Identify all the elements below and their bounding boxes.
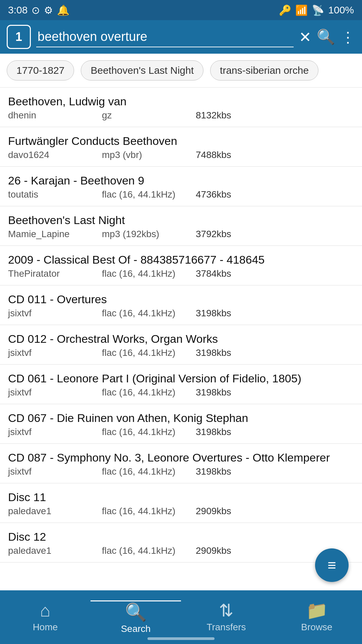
result-meta: paledave1flac (16, 44.1kHz)2909kbs <box>8 506 354 517</box>
result-meta: dheningz8132kbs <box>8 110 354 121</box>
result-size: 7488kbs <box>196 150 231 160</box>
result-user: dhenin <box>8 110 102 121</box>
more-options-icon[interactable]: ⋮ <box>341 29 355 46</box>
app-logo: 1 <box>7 25 31 49</box>
nav-icon-browse: 📁 <box>306 602 328 619</box>
result-title: 26 - Karajan - Beethoven 9 <box>8 174 354 187</box>
search-input[interactable] <box>36 27 294 47</box>
nav-label-search: Search <box>121 624 151 634</box>
result-user: jsixtvf <box>8 347 102 358</box>
table-row[interactable]: Furtwängler Conducts Beethovendavo1624mp… <box>0 127 362 167</box>
result-size: 4736kbs <box>196 189 231 200</box>
result-meta: jsixtvfflac (16, 44.1kHz)3198kbs <box>8 466 354 477</box>
result-meta: jsixtvfflac (16, 44.1kHz)3198kbs <box>8 427 354 437</box>
result-size: 3198kbs <box>196 387 231 398</box>
status-icon-2: ⚙ <box>44 4 53 16</box>
table-row[interactable]: 26 - Karajan - Beethoven 9toutatisflac (… <box>0 167 362 206</box>
result-format: flac (16, 44.1kHz) <box>102 506 196 517</box>
table-row[interactable]: Beethoven, Ludwig vandheningz8132kbs <box>0 88 362 127</box>
result-user: ThePiratator <box>8 268 102 279</box>
result-size: 2909kbs <box>196 506 231 517</box>
result-user: paledave1 <box>8 506 102 517</box>
result-title: Furtwängler Conducts Beethoven <box>8 135 354 148</box>
result-user: davo1624 <box>8 150 102 160</box>
table-row[interactable]: 2009 - Classical Best Of - 884385716677 … <box>0 246 362 285</box>
result-title: CD 011 - Overtures <box>8 293 354 306</box>
result-title: Beethoven's Last Night <box>8 214 354 227</box>
table-row[interactable]: CD 067 - Die Ruinen von Athen, Konig Ste… <box>0 404 362 444</box>
nav-label-transfers: Transfers <box>206 622 246 633</box>
result-format: flac (16, 44.1kHz) <box>102 308 196 319</box>
result-meta: jsixtvfflac (16, 44.1kHz)3198kbs <box>8 387 354 398</box>
result-user: jsixtvf <box>8 427 102 437</box>
status-icon-3: 🔔 <box>57 4 69 16</box>
result-title: Disc 12 <box>8 530 354 543</box>
result-meta: davo1624mp3 (vbr)7488kbs <box>8 150 354 160</box>
nav-item-home[interactable]: ⌂Home <box>0 602 90 633</box>
status-right: 🔑 📶 📡 100% <box>279 4 354 16</box>
status-bar: 3:08 ⊙ ⚙ 🔔 🔑 📶 📡 100% <box>0 0 362 20</box>
result-format: gz <box>102 110 196 121</box>
search-icon[interactable]: 🔍 <box>317 28 335 46</box>
result-size: 3792kbs <box>196 229 231 239</box>
result-size: 3198kbs <box>196 466 231 477</box>
result-user: toutatis <box>8 189 102 200</box>
clear-icon[interactable]: ✕ <box>299 29 311 46</box>
table-row[interactable]: CD 011 - Overturesjsixtvfflac (16, 44.1k… <box>0 285 362 325</box>
result-size: 8132kbs <box>196 110 231 121</box>
status-signal-icon: 📡 <box>312 4 324 16</box>
chip-0[interactable]: 1770-1827 <box>7 60 74 80</box>
nav-item-search[interactable]: 🔍Search <box>90 600 181 634</box>
result-title: CD 061 - Leonore Part I (Original Versio… <box>8 372 354 385</box>
logo-number: 1 <box>15 30 22 44</box>
chip-2[interactable]: trans-siberian orche <box>210 60 318 80</box>
bottom-indicator <box>147 637 215 640</box>
table-row[interactable]: CD 087 - Symphony No. 3, Leonore Overtur… <box>0 444 362 483</box>
result-title: 2009 - Classical Best Of - 884385716677 … <box>8 253 354 266</box>
result-format: flac (16, 44.1kHz) <box>102 387 196 398</box>
filter-fab[interactable]: ≡ <box>315 548 349 582</box>
result-user: jsixtvf <box>8 387 102 398</box>
filter-icon: ≡ <box>327 557 336 574</box>
result-format: flac (16, 44.1kHz) <box>102 466 196 477</box>
status-left: 3:08 ⊙ ⚙ 🔔 <box>8 4 69 16</box>
table-row[interactable]: Disc 12paledave1flac (16, 44.1kHz)2909kb… <box>0 523 362 562</box>
result-size: 3784kbs <box>196 268 231 279</box>
result-user: jsixtvf <box>8 466 102 477</box>
result-size: 3198kbs <box>196 427 231 437</box>
result-meta: ThePiratatorflac (16, 44.1kHz)3784kbs <box>8 268 354 279</box>
status-time: 3:08 <box>8 4 27 16</box>
result-meta: toutatisflac (16, 44.1kHz)4736kbs <box>8 189 354 200</box>
result-title: CD 067 - Die Ruinen von Athen, Konig Ste… <box>8 412 354 425</box>
result-format: mp3 (vbr) <box>102 150 196 160</box>
results-list: Beethoven, Ludwig vandheningz8132kbsFurt… <box>0 88 362 616</box>
result-size: 3198kbs <box>196 308 231 319</box>
bottom-nav: ⌂Home🔍Search⇅Transfers📁Browse <box>0 590 362 644</box>
status-icon-1: ⊙ <box>32 4 40 16</box>
table-row[interactable]: Disc 11paledave1flac (16, 44.1kHz)2909kb… <box>0 483 362 523</box>
nav-item-transfers[interactable]: ⇅Transfers <box>181 602 272 633</box>
result-format: flac (16, 44.1kHz) <box>102 268 196 279</box>
result-user: paledave1 <box>8 545 102 556</box>
nav-label-home: Home <box>33 622 58 633</box>
result-format: flac (16, 44.1kHz) <box>102 189 196 200</box>
table-row[interactable]: CD 012 - Orchestral Works, Organ Worksjs… <box>0 325 362 365</box>
result-meta: jsixtvfflac (16, 44.1kHz)3198kbs <box>8 347 354 358</box>
nav-label-browse: Browse <box>301 622 332 633</box>
nav-icon-home: ⌂ <box>40 602 50 619</box>
result-meta: paledave1flac (16, 44.1kHz)2909kbs <box>8 545 354 556</box>
result-format: flac (16, 44.1kHz) <box>102 427 196 437</box>
result-title: CD 012 - Orchestral Works, Organ Works <box>8 332 354 345</box>
status-wifi-icon: 📶 <box>295 4 308 16</box>
status-battery: 100% <box>328 4 354 16</box>
nav-icon-search: 🔍 <box>125 603 147 621</box>
result-format: flac (16, 44.1kHz) <box>102 347 196 358</box>
nav-item-browse[interactable]: 📁Browse <box>272 602 362 633</box>
result-size: 3198kbs <box>196 347 231 358</box>
chip-1[interactable]: Beethoven's Last Night <box>81 60 203 80</box>
result-title: Beethoven, Ludwig van <box>8 95 354 108</box>
table-row[interactable]: Beethoven's Last NightMamie_Lapinemp3 (1… <box>0 206 362 246</box>
result-user: jsixtvf <box>8 308 102 319</box>
table-row[interactable]: CD 061 - Leonore Part I (Original Versio… <box>0 365 362 404</box>
chips-row: 1770-1827Beethoven's Last Nighttrans-sib… <box>0 54 362 88</box>
